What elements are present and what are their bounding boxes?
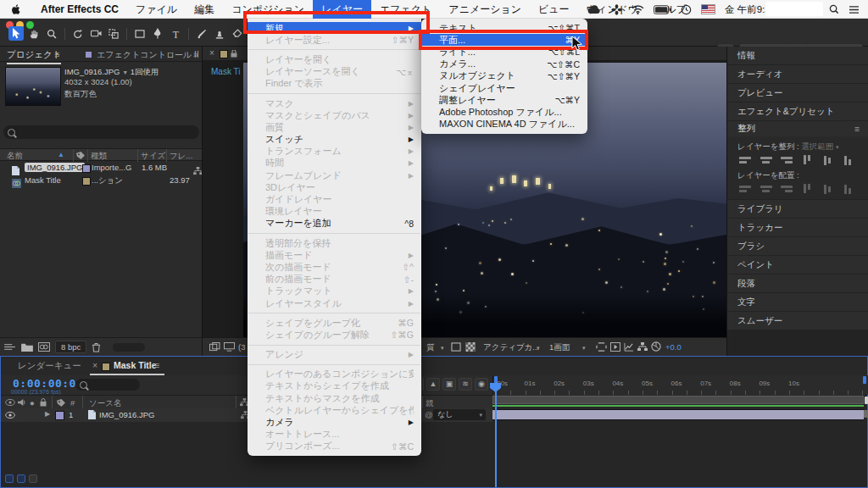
close-tab-icon[interactable]: × [92,360,97,370]
sidebar-panel-段落[interactable]: 段落 [727,274,868,292]
cloud-icon[interactable] [587,4,602,14]
motion-blur-button[interactable]: ◉ [475,378,488,391]
timeline-graph-icon[interactable] [624,342,634,352]
trash-icon[interactable] [92,342,101,352]
distribute-h-center-button[interactable] [760,184,772,194]
layer-duration-bar[interactable] [492,409,864,420]
bit-depth-button[interactable]: 8 bpc [55,341,86,353]
exposure-shutter-icon[interactable] [651,341,661,352]
menubar-item-編集[interactable]: 編集 [186,0,223,19]
sidebar-panel-トラッカー[interactable]: トラッカー [727,219,868,236]
apple-logo-icon[interactable] [10,3,22,15]
tab-effect-controls[interactable]: エフェクトコントロール II [97,49,199,61]
shape-rectangle-tool[interactable] [132,26,147,41]
hide-shy-layers-button[interactable]: ▣ [442,378,456,391]
new-submenu-item-3[interactable]: カメラ...⌥⇧⌘C [421,58,587,70]
timeline-panel-menu-icon[interactable]: ≡ [154,360,159,370]
sort-ascending-icon[interactable]: ▲ [58,151,64,158]
camera-view-dropdown[interactable]: アクティブカ... [483,342,539,353]
fast-previews-icon[interactable] [610,342,620,352]
menubar-item-ファイル[interactable]: ファイル [127,0,186,19]
panel-overflow-chevrons[interactable]: » [193,49,198,59]
notification-center-icon[interactable] [849,5,860,14]
sidebar-panel-スムーザー[interactable]: スムーザー [727,312,868,330]
menubar-item-ビュー[interactable]: ビュー [530,0,578,19]
rotation-tool[interactable] [70,26,86,41]
timeline-ruler[interactable]: :00s01s02s03s04s05s06s07s08s09s10s [492,375,868,395]
new-submenu-item-8[interactable]: MAXON CINEMA 4D ファイル... [421,119,587,130]
expand-layer-arrow[interactable]: ▶ [45,410,50,418]
label-color-swatch[interactable] [82,164,91,173]
layer-menu-item-34[interactable]: ベクトルレイヤーからシェイプを作成 [248,404,421,416]
timeline-right-widget[interactable] [864,410,868,418]
layer-menu-item-19[interactable]: 透明部分を保持 [248,237,421,249]
tab-comp-mask-title[interactable]: Mask Title [114,360,157,370]
tab-project[interactable]: プロジェクト [7,49,61,64]
project-table-row-IMG_0916.JPG[interactable]: IMG_0916.JPGImporte...G1.6 MB [0,162,203,175]
current-time-display[interactable]: 0:00:00:00 [13,377,83,390]
footage-thumbnail[interactable] [5,67,61,106]
zoom-level-partial[interactable]: (3 [238,342,245,352]
layer-menu-item-17[interactable]: マーカーを追加^8 [248,218,421,230]
layer-menu-item-13[interactable]: フレームブレンド▶ [248,169,421,181]
menubar-item-アニメーション[interactable]: アニメーション [440,0,530,19]
distribute-left-button[interactable] [739,184,752,194]
layer-source-name[interactable]: IMG_0916.JPG [99,410,154,419]
sidebar-panel-オーディオ[interactable]: オーディオ [727,65,868,83]
layer-menu-item-16[interactable]: 環境レイヤー [248,206,421,218]
time-machine-clock-icon[interactable] [681,4,692,15]
sidebar-panel-プレビュー[interactable]: プレビュー [727,84,868,102]
layer-menu-item-10[interactable]: スイッチ▶ [248,134,421,146]
layer-menu-item-35[interactable]: カメラ▶ [248,416,421,428]
zoom-tool[interactable] [44,26,59,41]
column-size[interactable]: サイズ [141,151,165,162]
layer-menu-item-7[interactable]: マスク▶ [248,97,421,109]
parent-pickwhip-icon[interactable]: @ [425,410,433,419]
selection-tool[interactable] [8,26,24,41]
frame-blending-button[interactable]: ≋ [459,378,472,391]
work-area-end-bracket[interactable] [863,376,866,384]
transparency-grid-icon[interactable] [465,342,476,352]
pixel-aspect-correction-icon[interactable] [596,342,607,352]
sidebar-panel-ライブラリ[interactable]: ライブラリ [727,200,868,218]
snapshot-icon[interactable] [209,342,220,352]
close-tab-icon[interactable]: × [209,48,214,58]
layer-menu-item-21[interactable]: 次の描画モード⇧^ [248,261,421,273]
layer-menu-item-11[interactable]: トランスフォーム▶ [248,146,421,158]
type-tool[interactable]: T [168,26,183,41]
region-of-interest-icon[interactable] [451,342,461,352]
distribute-right-button[interactable] [780,184,793,194]
expand-layer-switches-toggle[interactable] [5,474,14,483]
timeline-search-field[interactable] [75,379,140,391]
project-table-row-Mask Title[interactable]: Mask Title...ション23.97 [0,175,203,187]
distribute-v-middle-button[interactable] [821,184,833,194]
layer-menu-item-27[interactable]: シェイプのグループ解除⇧⌘G [248,329,421,341]
project-panel-menu-icon[interactable]: ≡ [54,49,59,59]
align-v-middle-button[interactable] [821,155,833,165]
align-target-dropdown[interactable]: 選択範囲 [801,141,833,151]
layer-menu-item-3[interactable]: レイヤーを開く [248,53,421,65]
new-folder-icon[interactable] [21,342,33,352]
view-layout-dropdown[interactable]: 1画面 [549,342,570,353]
parent-dropdown[interactable]: なし▾ [433,409,486,420]
layer-menu-item-32[interactable]: テキストからシェイプを作成 [248,380,421,392]
layer-visibility-eye-icon[interactable] [5,412,15,419]
interpret-footage-icon[interactable] [3,342,16,352]
new-submenu-item-4[interactable]: ヌルオブジェクト⌥⇧⌘Y [421,70,587,82]
show-snapshot-icon[interactable] [224,342,235,352]
layer-menu-item-29[interactable]: アレンジ▶ [248,349,421,361]
sidebar-panel-ブラシ[interactable]: ブラシ [727,237,868,255]
layer-menu-item-22[interactable]: 前の描画モード⇧- [248,274,421,286]
battery-icon[interactable] [654,5,671,14]
wifi-icon[interactable] [632,5,644,14]
layer-menu-item-5[interactable]: Finder で表示 [248,78,421,90]
layer-menu-item-1[interactable]: レイヤー設定...⇧⌘Y [248,34,421,46]
layer-menu-item-33[interactable]: テキストからマスクを作成 [248,392,421,404]
align-top-button[interactable] [800,155,813,165]
draft-3d-button[interactable]: ▲ [426,378,440,391]
layer-menu-item-14[interactable]: 3Dレイヤー [248,181,421,193]
layer-menu-item-24[interactable]: レイヤースタイル▶ [248,297,421,309]
column-name[interactable]: 名前 [7,151,23,162]
align-h-center-button[interactable] [760,155,772,165]
fan-icon[interactable] [611,4,622,15]
